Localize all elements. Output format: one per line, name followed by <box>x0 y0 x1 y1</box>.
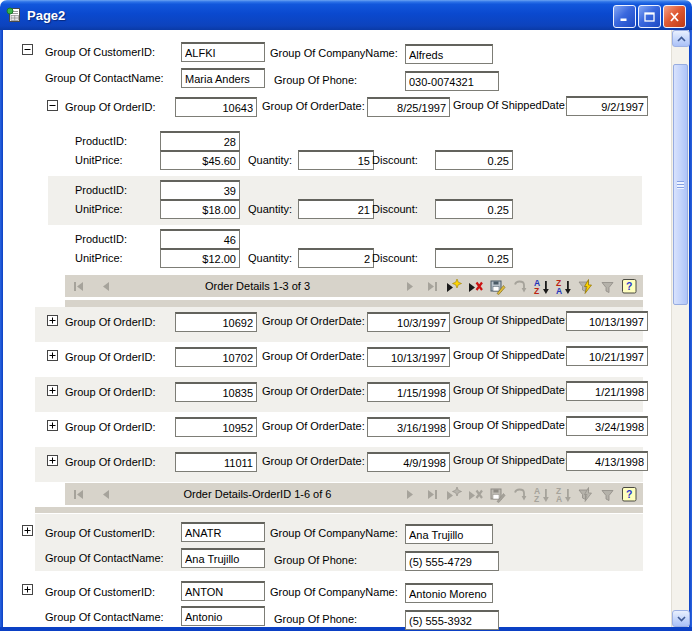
new-record-icon[interactable] <box>443 278 463 295</box>
quantity-input[interactable] <box>298 199 374 219</box>
company-name-input[interactable] <box>405 44 493 64</box>
order-date-label: Group Of OrderDate: <box>262 385 365 397</box>
expand-order-button[interactable] <box>47 385 58 396</box>
sort-ascending-icon[interactable]: AZ <box>531 486 551 503</box>
window-title: Page2 <box>27 8 65 23</box>
new-record-icon[interactable] <box>443 486 463 503</box>
filter-by-selection-icon[interactable] <box>575 486 595 503</box>
scroll-down-button[interactable] <box>672 610 690 627</box>
customer-id-input[interactable] <box>181 42 265 62</box>
product-id-input[interactable] <box>160 229 240 249</box>
shipped-date-input[interactable] <box>566 96 648 116</box>
first-record-icon[interactable] <box>69 278 89 295</box>
product-id-input[interactable] <box>160 131 240 151</box>
discount-input[interactable] <box>435 150 513 170</box>
shipped-date-input[interactable] <box>566 346 648 366</box>
unit-price-input[interactable] <box>160 199 240 219</box>
help-icon[interactable]: ? <box>619 278 639 295</box>
first-record-icon[interactable] <box>69 486 89 503</box>
shipped-date-label: Group Of ShippedDate: <box>453 349 568 361</box>
delete-record-icon[interactable] <box>465 278 485 295</box>
unit-price-input[interactable] <box>160 248 240 268</box>
next-record-icon[interactable] <box>399 278 419 295</box>
shipped-date-input[interactable] <box>566 311 648 331</box>
previous-record-icon[interactable] <box>96 278 116 295</box>
next-record-icon[interactable] <box>399 486 419 503</box>
order-id-input[interactable] <box>175 417 257 437</box>
phone-input[interactable] <box>405 610 499 630</box>
svg-text:Z: Z <box>534 286 539 295</box>
page2-window: Page2 Group Of CustomerID: Group Of Comp… <box>0 0 692 631</box>
page-icon[interactable] <box>6 7 22 23</box>
phone-input[interactable] <box>405 71 499 91</box>
scroll-up-button[interactable] <box>672 30 690 47</box>
expand-customer-button[interactable] <box>22 584 33 595</box>
help-icon[interactable]: ? <box>619 486 639 503</box>
contact-name-input[interactable] <box>181 68 265 88</box>
close-button[interactable] <box>663 5 686 28</box>
undo-record-icon[interactable] <box>509 486 529 503</box>
company-name-input[interactable] <box>405 524 493 544</box>
sort-ascending-icon[interactable]: AZ <box>531 278 551 295</box>
order-date-input[interactable] <box>367 312 450 332</box>
shipped-date-label: Group Of ShippedDate: <box>453 314 568 326</box>
phone-label: Group Of Phone: <box>274 554 357 566</box>
contact-name-input[interactable] <box>181 548 265 568</box>
filter-toggle-icon[interactable] <box>597 278 617 295</box>
sort-descending-icon[interactable]: ZA <box>553 278 573 295</box>
filter-by-selection-icon[interactable] <box>575 278 595 295</box>
customer-id-input[interactable] <box>181 581 265 601</box>
order-date-input[interactable] <box>367 97 450 117</box>
maximize-button[interactable] <box>638 5 661 28</box>
expand-order-button[interactable] <box>47 455 58 466</box>
undo-record-icon[interactable] <box>509 278 529 295</box>
order-id-input[interactable] <box>175 452 257 472</box>
quantity-input[interactable] <box>298 150 374 170</box>
collapse-customer-button[interactable] <box>22 44 33 55</box>
minimize-button[interactable] <box>613 5 636 28</box>
record-position-label: Order Details-OrderID 1-6 of 6 <box>116 488 399 500</box>
save-record-icon[interactable] <box>487 278 507 295</box>
order-date-input[interactable] <box>367 417 450 437</box>
order-id-label: Group Of OrderID: <box>65 101 155 113</box>
delete-record-icon[interactable] <box>465 486 485 503</box>
product-id-input[interactable] <box>160 180 240 200</box>
order-date-input[interactable] <box>367 347 450 367</box>
save-record-icon[interactable] <box>487 486 507 503</box>
quantity-label: Quantity: <box>248 154 292 166</box>
last-record-icon[interactable] <box>421 278 441 295</box>
discount-input[interactable] <box>435 199 513 219</box>
collapse-order-button[interactable] <box>47 100 58 111</box>
scrollbar-thumb[interactable] <box>673 64 688 305</box>
customer-id-input[interactable] <box>181 522 265 542</box>
shipped-date-input[interactable] <box>566 381 648 401</box>
expand-order-button[interactable] <box>47 420 58 431</box>
svg-text:A: A <box>556 494 562 503</box>
order-id-input[interactable] <box>175 347 257 367</box>
quantity-input[interactable] <box>298 248 374 268</box>
expand-customer-button[interactable] <box>22 525 33 536</box>
sort-descending-icon[interactable]: ZA <box>553 486 573 503</box>
discount-input[interactable] <box>435 248 513 268</box>
vertical-scrollbar[interactable] <box>671 30 689 627</box>
unit-price-input[interactable] <box>160 150 240 170</box>
svg-text:?: ? <box>625 488 631 500</box>
contact-name-input[interactable] <box>181 606 265 626</box>
contact-name-label: Group Of ContactName: <box>45 552 164 564</box>
filter-toggle-icon[interactable] <box>597 486 617 503</box>
previous-record-icon[interactable] <box>96 486 116 503</box>
phone-input[interactable] <box>405 551 499 571</box>
order-date-input[interactable] <box>367 452 450 472</box>
shipped-date-input[interactable] <box>566 416 648 436</box>
order-id-input[interactable] <box>175 312 257 332</box>
expand-order-button[interactable] <box>47 315 58 326</box>
last-record-icon[interactable] <box>421 486 441 503</box>
expand-order-button[interactable] <box>47 350 58 361</box>
company-name-input[interactable] <box>405 583 493 603</box>
customer-id-label: Group Of CustomerID: <box>45 586 155 598</box>
shipped-date-input[interactable] <box>566 451 648 471</box>
order-id-input[interactable] <box>175 382 257 402</box>
shipped-date-label: Group Of ShippedDate: <box>453 419 568 431</box>
order-id-input[interactable] <box>175 97 257 117</box>
order-date-input[interactable] <box>367 382 450 402</box>
